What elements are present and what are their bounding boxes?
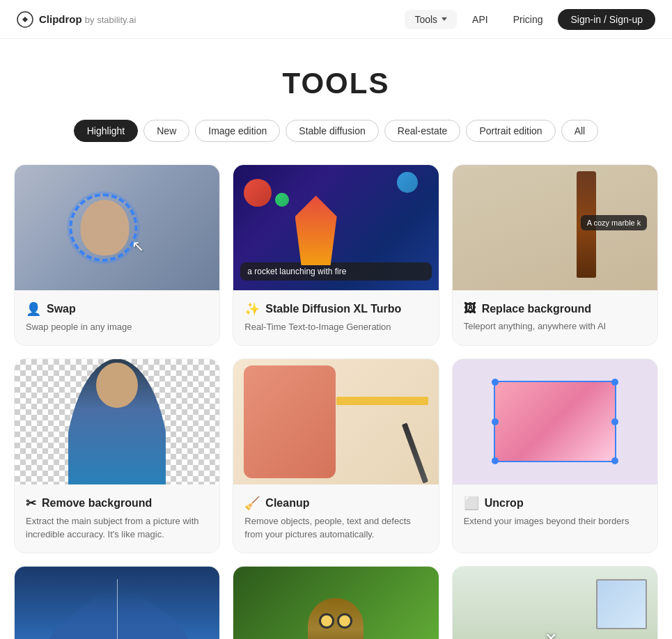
tool-title-sdxl: ✨ Stable Diffusion XL Turbo [244,301,427,317]
tool-card-cleanup[interactable]: 🧹 Cleanup Remove objects, people, text a… [233,358,439,553]
reimagine-window-visual [596,579,648,629]
swap-face-visual [81,200,130,255]
filter-tab-real-estate[interactable]: Real-estate [384,120,461,142]
tools-nav-button[interactable]: Tools [405,10,457,29]
tool-desc-replace-bg: Teleport anything, anywhere with AI [464,320,646,333]
tool-image-upscaler [15,567,219,640]
uncrop-inner-frame [494,381,617,462]
tool-desc-cleanup: Remove objects, people, text and defects… [244,514,427,542]
tool-title-uncrop: ⬜ Uncrop [464,496,646,511]
tool-desc-remove-bg: Extract the main subject from a picture … [26,514,208,542]
sdxl-bubble-3 [275,193,289,207]
tool-image-stable-doodle [233,567,438,640]
tool-title-swap: 👤 Swap [26,301,208,317]
chevron-down-icon [442,17,447,21]
logo[interactable]: Clipdrop by stability.ai [17,11,136,28]
sdxl-bubble-1 [244,179,272,207]
tools-nav-label: Tools [414,14,437,25]
tool-card-stable-doodle[interactable]: ✏ Stable Doodle Transform your doodles i… [233,566,439,640]
tool-info-replace-bg: 🖼 Replace background Teleport anything, … [453,290,657,345]
sdxl-bubble-2 [397,172,418,193]
tool-desc-swap: Swap people in any image [26,320,208,334]
doodle-owl-visual [308,598,364,640]
tool-image-reimagine: ✕ [453,567,657,640]
uncrop-icon: ⬜ [464,496,479,511]
uncrop-handle-mr [611,418,618,425]
uncrop-flower-visual [495,382,616,461]
upscaler-divider-line [117,579,118,640]
uncrop-handle-bl [492,457,499,464]
header-nav: Tools API Pricing Sign-in / Sign-up [405,9,655,30]
filter-tab-highlight[interactable]: Highlight [74,120,138,142]
cleanup-icon: 🧹 [244,496,260,511]
filter-tab-stable-diffusion[interactable]: Stable diffusion [286,120,378,142]
logo-icon [17,11,33,28]
header: Clipdrop by stability.ai Tools API Prici… [0,0,672,39]
tool-card-swap[interactable]: ↖ 👤 Swap Swap people in any image [14,164,220,346]
tool-image-cleanup [233,359,438,484]
tool-image-replace-bg: A cozy marble k [453,165,657,290]
tool-info-uncrop: ⬜ Uncrop Extend your images beyond their… [453,484,657,539]
signin-button[interactable]: Sign-in / Sign-up [558,9,655,30]
tool-card-sdxl[interactable]: a rocket launching with fire ✨ Stable Di… [233,164,439,346]
filter-tabs: Highlight New Image edition Stable diffu… [14,120,658,142]
uncrop-handle-tl [492,379,499,386]
tool-image-swap: ↖ [15,165,219,290]
api-nav-label: API [472,14,488,25]
remove-bg-icon: ✂ [26,496,36,511]
cleanup-ruler-visual [336,397,428,405]
tool-title-remove-bg: ✂ Remove background [26,496,208,511]
api-nav-button[interactable]: API [462,10,498,29]
remove-head-visual [96,363,138,408]
tool-title-replace-bg: 🖼 Replace background [464,301,646,316]
uncrop-handle-ml [492,418,499,425]
tool-card-reimagine[interactable]: ✕ 🔄 Reimagine XL Create multiple variant… [452,566,658,640]
page-title: TOOLS [14,67,658,100]
uncrop-handle-br [611,457,618,464]
signin-label: Sign-in / Sign-up [570,14,643,25]
tool-card-uncrop[interactable]: ⬜ Uncrop Extend your images beyond their… [452,358,658,553]
cleanup-pencil-visual [402,423,428,483]
sdxl-prompt-overlay: a rocket launching with fire [240,262,431,281]
pricing-nav-label: Pricing [513,14,543,25]
uncrop-handle-tr [611,379,618,386]
cleanup-bag-visual [244,365,336,478]
tool-desc-uncrop: Extend your images beyond their borders [464,514,646,528]
tool-info-sdxl: ✨ Stable Diffusion XL Turbo Real-Time Te… [233,290,438,345]
logo-text: Clipdrop by stability.ai [39,13,136,25]
doodle-eye-left [319,613,334,629]
doodle-eye-right [337,613,352,629]
main-content: TOOLS Highlight New Image edition Stable… [0,39,672,639]
swap-icon: 👤 [26,301,41,317]
tool-card-replace-bg[interactable]: A cozy marble k 🖼 Replace background Tel… [452,164,658,346]
sdxl-icon: ✨ [244,301,260,317]
tool-info-remove-bg: ✂ Remove background Extract the main sub… [15,484,219,553]
tool-image-remove-bg [15,359,219,484]
tool-title-cleanup: 🧹 Cleanup [244,496,427,511]
tool-image-uncrop [453,359,657,484]
tool-image-sdxl: a rocket launching with fire [233,165,438,290]
tool-info-swap: 👤 Swap Swap people in any image [15,290,219,345]
pricing-nav-button[interactable]: Pricing [503,10,553,29]
filter-tab-image-edition[interactable]: Image edition [195,120,280,142]
replace-bg-icon: 🖼 [464,301,476,316]
reimagine-x-icon: ✕ [545,630,557,640]
tool-card-upscaler[interactable]: 🔍 Image upscaler Upscale your images by … [14,566,220,640]
replace-prompt-overlay: A cozy marble k [581,215,648,230]
swap-cursor-icon: ↖ [132,237,144,255]
filter-tab-new[interactable]: New [143,120,189,142]
tool-info-cleanup: 🧹 Cleanup Remove objects, people, text a… [233,484,438,553]
tool-card-remove-bg[interactable]: ✂ Remove background Extract the main sub… [14,358,220,553]
tools-grid: ↖ 👤 Swap Swap people in any image a rock… [14,164,658,639]
filter-tab-portrait-edition[interactable]: Portrait edition [466,120,555,142]
filter-tab-all[interactable]: All [561,120,599,142]
tool-desc-sdxl: Real-Time Text-to-Image Generation [244,320,427,334]
